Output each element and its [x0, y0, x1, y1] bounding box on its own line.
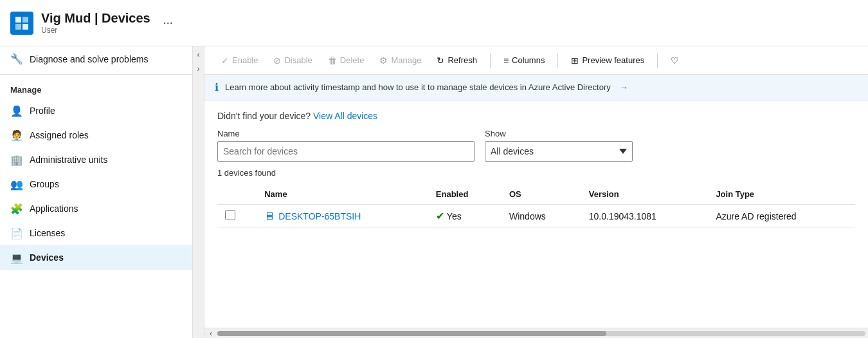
assigned-roles-icon: 🧑‍💼 [10, 129, 23, 142]
sidebar-item-devices[interactable]: 💻 Devices [0, 245, 192, 270]
sidebar-item-assigned-roles[interactable]: 🧑‍💼 Assigned roles [0, 123, 192, 147]
sidebar-item-profile[interactable]: 👤 Profile [0, 99, 192, 123]
device-name: DESKTOP-65BTSIH [278, 211, 361, 221]
columns-button[interactable]: ≡ Columns [497, 52, 551, 70]
delete-label: Delete [340, 55, 365, 65]
filters-row: Name Show All devices Enabled devices Di… [217, 129, 855, 162]
disable-icon: ⊘ [273, 55, 281, 66]
horizontal-scrollbar: ‹ [204, 328, 868, 338]
app-icon [10, 12, 33, 35]
page-title: Vig Mud | Devices [41, 11, 150, 26]
content-area: Didn't find your device? View All device… [204, 100, 868, 328]
profile-icon: 👤 [10, 104, 23, 117]
collapse-up-icon[interactable]: › [196, 63, 201, 75]
delete-button[interactable]: 🗑 Delete [321, 52, 371, 70]
banner-text: Learn more about activity timestamp and … [225, 82, 611, 92]
row-os-cell: Windows [502, 205, 581, 228]
columns-icon: ≡ [503, 55, 509, 66]
preview-features-button[interactable]: ⊞ Preview features [565, 52, 651, 70]
sidebar-divider-manage [0, 74, 192, 75]
view-all-link[interactable]: View All devices [313, 111, 377, 121]
scrollbar-thumb[interactable] [217, 331, 606, 336]
row-name-cell: 🖥 DESKTOP-65BTSIH [257, 205, 428, 228]
header-title: Vig Mud | Devices User [41, 11, 150, 35]
app-header: Vig Mud | Devices User ··· [0, 0, 868, 46]
heart-icon: ♡ [671, 55, 679, 66]
enabled-badge: ✔ Yes [436, 210, 494, 222]
ellipsis-button[interactable]: ··· [158, 14, 178, 32]
row-join-type-cell: Azure AD registered [708, 205, 855, 228]
profile-label: Profile [30, 106, 55, 116]
preview-icon: ⊞ [571, 55, 579, 66]
assigned-roles-label: Assigned roles [30, 130, 89, 140]
show-filter-group: Show All devices Enabled devices Disable… [485, 129, 633, 162]
devices-table: Name Enabled OS Version Join Type [217, 184, 855, 228]
applications-label: Applications [30, 203, 78, 214]
enabled-value: Yes [447, 211, 462, 221]
columns-label: Columns [512, 55, 545, 65]
col-checkbox [217, 184, 257, 205]
banner-link[interactable]: → [620, 82, 628, 92]
devices-icon: 💻 [10, 251, 23, 264]
diagnose-label: Diagnose and solve problems [30, 54, 148, 64]
toolbar-separator-3 [657, 53, 658, 68]
enable-label: Enable [232, 55, 258, 65]
show-filter-label: Show [485, 129, 633, 138]
show-select[interactable]: All devices Enabled devices Disabled dev… [485, 141, 633, 162]
manage-label: Manage [391, 55, 421, 65]
device-icon: 🖥 [264, 211, 275, 222]
row-checkbox[interactable] [225, 210, 235, 220]
sidebar-item-admin-units[interactable]: 🏢 Administrative units [0, 147, 192, 172]
name-filter-group: Name [217, 129, 475, 162]
col-name: Name [257, 184, 428, 205]
row-version-cell: 10.0.19043.1081 [581, 205, 709, 228]
sidebar-item-groups[interactable]: 👥 Groups [0, 172, 192, 196]
svg-rect-3 [23, 24, 28, 30]
user-subtitle: User [41, 26, 150, 35]
licenses-label: Licenses [30, 228, 65, 238]
results-count: 1 devices found [217, 168, 855, 178]
device-name-link[interactable]: 🖥 DESKTOP-65BTSIH [264, 211, 420, 222]
col-os: OS [502, 184, 581, 205]
sidebar-item-licenses[interactable]: 📄 Licenses [0, 221, 192, 245]
col-version: Version [581, 184, 709, 205]
search-input[interactable] [217, 141, 475, 162]
toolbar-separator-1 [490, 53, 491, 68]
devices-label: Devices [30, 252, 64, 263]
info-icon: ℹ [215, 81, 219, 93]
manage-section-label: Manage [0, 77, 192, 99]
table-header: Name Enabled OS Version Join Type [217, 184, 855, 205]
info-banner: ℹ Learn more about activity timestamp an… [204, 75, 868, 100]
sidebar-collapse-bar[interactable]: ‹ › [193, 46, 204, 338]
main-content: ✓ Enable ⊘ Disable 🗑 Delete ⚙ Manage ↻ R… [204, 46, 868, 338]
col-join-type: Join Type [708, 184, 855, 205]
refresh-button[interactable]: ↻ Refresh [430, 52, 484, 70]
disable-button[interactable]: ⊘ Disable [267, 52, 318, 70]
scrollbar-track[interactable] [217, 331, 865, 336]
checkmark-icon: ✓ [221, 55, 229, 66]
trash-icon: 🗑 [328, 55, 337, 66]
wrench-icon: 🔧 [10, 53, 23, 65]
admin-units-icon: 🏢 [10, 153, 23, 166]
preview-label: Preview features [582, 55, 644, 65]
scroll-left-button[interactable]: ‹ [207, 328, 215, 339]
favorite-button[interactable]: ♡ [664, 52, 685, 70]
table-row: 🖥 DESKTOP-65BTSIH ✔ Yes Windows 10.0.190… [217, 205, 855, 228]
svg-rect-0 [15, 17, 21, 23]
svg-rect-1 [23, 17, 28, 23]
groups-label: Groups [30, 179, 59, 189]
gear-icon: ⚙ [379, 55, 388, 66]
sidebar-item-applications[interactable]: 🧩 Applications [0, 196, 192, 221]
manage-button[interactable]: ⚙ Manage [373, 52, 428, 70]
collapse-left-icon[interactable]: ‹ [196, 49, 201, 61]
col-enabled: Enabled [428, 184, 502, 205]
admin-units-label: Administrative units [30, 155, 107, 165]
toolbar: ✓ Enable ⊘ Disable 🗑 Delete ⚙ Manage ↻ R… [204, 46, 868, 75]
row-enabled-cell: ✔ Yes [428, 205, 502, 228]
enable-button[interactable]: ✓ Enable [215, 52, 264, 70]
not-found-text: Didn't find your device? [217, 111, 311, 121]
refresh-label: Refresh [448, 55, 477, 65]
refresh-icon: ↻ [437, 55, 444, 66]
sidebar-item-diagnose[interactable]: 🔧 Diagnose and solve problems [0, 46, 192, 71]
disable-label: Disable [284, 55, 312, 65]
